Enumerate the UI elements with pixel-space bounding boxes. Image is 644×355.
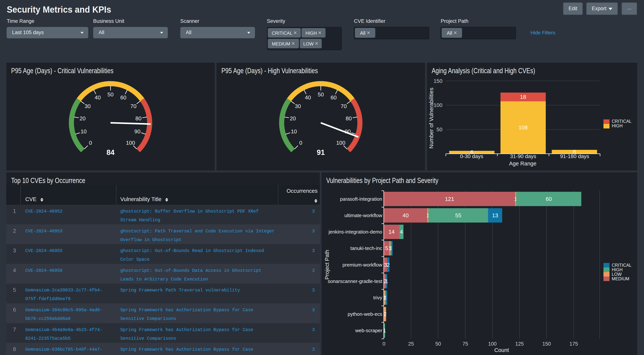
svg-text:sonarscanner-gradle-test: sonarscanner-gradle-test xyxy=(328,278,382,284)
svg-text:40: 40 xyxy=(305,94,311,100)
svg-text:4: 4 xyxy=(400,229,403,235)
svg-text:60: 60 xyxy=(330,94,336,100)
svg-text:60: 60 xyxy=(120,94,126,100)
svg-text:10: 10 xyxy=(80,128,86,134)
svg-text:web-scraper: web-scraper xyxy=(355,328,382,333)
svg-text:60: 60 xyxy=(546,196,552,202)
svg-text:ultimate-workflow: ultimate-workflow xyxy=(344,212,382,218)
svg-text:50: 50 xyxy=(436,126,442,132)
svg-text:0: 0 xyxy=(382,341,385,347)
svg-text:tanuki-tech-inc: tanuki-tech-inc xyxy=(350,246,382,251)
svg-text:2: 2 xyxy=(387,262,390,268)
svg-text:175: 175 xyxy=(570,341,578,347)
svg-text:125: 125 xyxy=(515,341,524,347)
svg-text:HIGH: HIGH xyxy=(612,123,623,128)
svg-text:108: 108 xyxy=(518,124,528,130)
svg-text:40: 40 xyxy=(95,94,101,100)
svg-text:50: 50 xyxy=(318,92,324,98)
svg-text:premium-workflow: premium-workflow xyxy=(342,262,382,268)
svg-text:31-90 days: 31-90 days xyxy=(510,153,536,159)
svg-text:40: 40 xyxy=(402,212,409,218)
svg-text:100: 100 xyxy=(434,102,442,108)
svg-text:75: 75 xyxy=(462,341,468,347)
svg-text:1: 1 xyxy=(385,278,388,284)
svg-text:CRITICAL: CRITICAL xyxy=(612,263,632,268)
svg-text:10: 10 xyxy=(291,128,297,134)
svg-text:python-web-ecs: python-web-ecs xyxy=(348,311,382,317)
svg-text:55: 55 xyxy=(455,212,461,218)
svg-text:20: 20 xyxy=(290,116,296,122)
svg-text:parasoft-integration: parasoft-integration xyxy=(340,196,382,202)
svg-text:5: 5 xyxy=(385,245,388,251)
svg-text:91-180 days: 91-180 days xyxy=(560,153,589,159)
svg-text:70: 70 xyxy=(340,103,346,109)
svg-text:0: 0 xyxy=(299,140,302,146)
svg-text:25: 25 xyxy=(408,341,414,347)
svg-text:0-30 days: 0-30 days xyxy=(460,153,483,159)
svg-text:20: 20 xyxy=(80,116,86,122)
svg-text:70: 70 xyxy=(130,103,136,109)
svg-text:100: 100 xyxy=(126,140,135,146)
svg-text:Count: Count xyxy=(494,347,509,353)
svg-text:CRITICAL: CRITICAL xyxy=(612,119,632,124)
svg-text:121: 121 xyxy=(445,196,454,202)
svg-text:80: 80 xyxy=(136,116,142,122)
svg-text:30: 30 xyxy=(295,103,301,109)
svg-text:LOW: LOW xyxy=(612,272,622,277)
svg-text:100: 100 xyxy=(336,140,345,146)
svg-text:50: 50 xyxy=(108,92,114,98)
svg-text:30: 30 xyxy=(84,103,90,109)
svg-text:Project Path: Project Path xyxy=(324,250,330,280)
svg-text:150: 150 xyxy=(434,78,442,84)
svg-text:80: 80 xyxy=(346,116,352,122)
svg-text:90: 90 xyxy=(134,128,140,134)
svg-text:84: 84 xyxy=(106,148,114,156)
svg-text:150: 150 xyxy=(542,341,551,347)
svg-text:MEDIUM: MEDIUM xyxy=(612,276,629,281)
svg-text:91: 91 xyxy=(317,148,325,156)
svg-text:Number of Vulnerabilities: Number of Vulnerabilities xyxy=(428,88,434,149)
svg-text:50: 50 xyxy=(435,341,441,347)
svg-text:18: 18 xyxy=(520,94,526,100)
svg-text:trivy: trivy xyxy=(373,295,382,300)
svg-text:0: 0 xyxy=(89,140,92,146)
svg-text:100: 100 xyxy=(488,341,496,347)
svg-text:14: 14 xyxy=(388,229,394,235)
svg-text:13: 13 xyxy=(492,212,498,218)
svg-text:1: 1 xyxy=(383,328,386,334)
svg-text:HIGH: HIGH xyxy=(612,267,623,272)
svg-text:jenkins-integration-demo: jenkins-integration-demo xyxy=(328,229,382,235)
svg-text:Age Range: Age Range xyxy=(509,160,536,166)
